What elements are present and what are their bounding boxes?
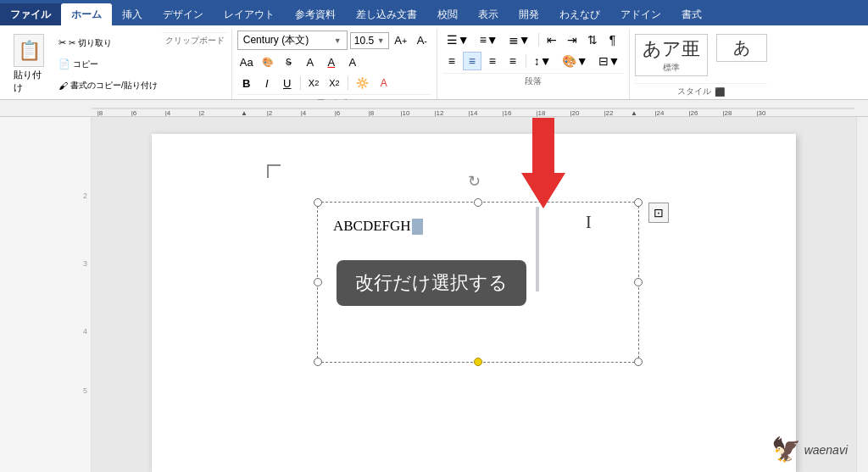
tab-design[interactable]: デザイン bbox=[153, 3, 214, 25]
svg-text:|4: |4 bbox=[165, 109, 171, 117]
copy-button[interactable]: 📄 コピー bbox=[56, 58, 160, 71]
text-box[interactable]: ABCDEFGH I 改行だけ選択する bbox=[317, 202, 639, 363]
handle-tl[interactable] bbox=[314, 198, 322, 207]
svg-text:|4: |4 bbox=[301, 109, 307, 117]
red-arrow bbox=[521, 118, 565, 208]
svg-text:|20: |20 bbox=[570, 109, 581, 117]
document-area: ABCDEFGH I 改行だけ選択する bbox=[92, 117, 856, 472]
bold-button[interactable]: B bbox=[237, 74, 256, 92]
cut-button[interactable]: ✂ ✂ 切り取り bbox=[56, 36, 160, 50]
font-name-input[interactable]: Century (本文) ▼ bbox=[237, 31, 348, 50]
handle-tc[interactable] bbox=[474, 198, 482, 207]
font-size-dropdown[interactable]: ▼ bbox=[377, 36, 385, 45]
tab-insert[interactable]: 挿入 bbox=[112, 3, 153, 25]
clipboard-small-buttons: ✂ ✂ 切り取り 📄 コピー 🖌 書式のコピー/貼り付け bbox=[54, 31, 162, 97]
tab-format[interactable]: 書式 bbox=[671, 3, 712, 25]
clear-format[interactable]: A bbox=[343, 53, 362, 71]
svg-text:|14: |14 bbox=[469, 109, 479, 117]
svg-text:|24: |24 bbox=[655, 109, 665, 117]
waenavi-logo: 🦅 waenavi bbox=[771, 436, 848, 464]
text-abcdefgh: ABCDEFGH bbox=[333, 218, 411, 234]
font-group: Century (本文) ▼ 10.5 ▼ A+ A- Aa 🎨 S̶ A A … bbox=[232, 29, 437, 99]
superscript-button[interactable]: X2 bbox=[325, 74, 343, 92]
return-char-selection bbox=[412, 219, 423, 235]
align-center-button[interactable]: ≡ bbox=[463, 52, 481, 70]
svg-text:|6: |6 bbox=[131, 109, 137, 117]
font-color[interactable]: A bbox=[322, 53, 341, 71]
tab-developer[interactable]: 開発 bbox=[509, 3, 549, 25]
style-normal-button[interactable]: あア亜 標準 bbox=[635, 34, 708, 76]
tab-review[interactable]: 校閲 bbox=[427, 3, 468, 25]
font-color-button[interactable]: A bbox=[375, 74, 393, 92]
waenavi-bird-icon: 🦅 bbox=[771, 436, 801, 464]
justify-button[interactable]: ≡ bbox=[504, 52, 522, 70]
text-cursor: I bbox=[586, 213, 592, 232]
svg-text:|12: |12 bbox=[435, 109, 445, 117]
paste-label: 貼り付け bbox=[14, 69, 44, 94]
decrease-font-button[interactable]: A- bbox=[413, 31, 431, 50]
left-panel: 2 3 4 5 bbox=[0, 117, 92, 472]
format-copy-button[interactable]: 🖌 書式のコピー/貼り付け bbox=[56, 79, 160, 92]
line-spacing-button[interactable]: ↕▼ bbox=[530, 52, 556, 70]
subscript-button[interactable]: X2 bbox=[304, 74, 323, 92]
tab-home[interactable]: ホーム bbox=[61, 3, 112, 25]
align-right-button[interactable]: ≡ bbox=[483, 52, 502, 70]
tab-addin[interactable]: アドイン bbox=[610, 3, 671, 25]
tab-layout[interactable]: レイアウト bbox=[214, 3, 285, 25]
tooltip-box: 改行だけ選択する bbox=[337, 260, 526, 306]
font-name-dropdown[interactable]: ▼ bbox=[334, 36, 342, 45]
tab-references[interactable]: 参考資料 bbox=[285, 3, 346, 25]
paste-icon: 📋 bbox=[14, 34, 44, 67]
format-copy-icon: 🖌 bbox=[58, 81, 68, 91]
strikethrough-button[interactable]: S̶ bbox=[280, 53, 298, 71]
tab-waenavi[interactable]: わえなび bbox=[549, 3, 610, 25]
font-size-input[interactable]: 10.5 ▼ bbox=[350, 32, 389, 49]
styles-expand-icon[interactable]: ⬛ bbox=[715, 87, 725, 97]
waenavi-label: waenavi bbox=[804, 443, 848, 457]
multilevel-list-button[interactable]: ≣▼ bbox=[504, 31, 535, 49]
svg-text:|16: |16 bbox=[503, 109, 513, 117]
numbered-list-button[interactable]: ≡▼ bbox=[476, 31, 503, 49]
handle-bc[interactable] bbox=[474, 358, 482, 366]
svg-text:|8: |8 bbox=[369, 109, 375, 117]
svg-text:|2: |2 bbox=[267, 109, 273, 117]
highlight-button[interactable]: 🔆 bbox=[352, 74, 373, 92]
handle-mr[interactable] bbox=[634, 278, 643, 286]
tab-view[interactable]: 表示 bbox=[468, 3, 509, 25]
paste-button[interactable]: 📋 貼り付け bbox=[7, 31, 51, 97]
arrow-shaft bbox=[532, 118, 554, 173]
align-left-button[interactable]: ≡ bbox=[442, 52, 461, 70]
font-color-picker[interactable]: 🎨 bbox=[259, 53, 277, 71]
highlight-color[interactable]: A bbox=[301, 53, 320, 71]
shading-button[interactable]: 🎨▼ bbox=[558, 52, 593, 70]
tab-mailings[interactable]: 差し込み文書 bbox=[346, 3, 427, 25]
italic-button[interactable]: I bbox=[258, 74, 276, 92]
handle-tr[interactable] bbox=[634, 198, 643, 207]
tooltip-text: 改行だけ選択する bbox=[355, 272, 508, 293]
rotation-icon[interactable]: ↻ bbox=[468, 172, 481, 191]
copy-icon: 📄 bbox=[58, 58, 70, 69]
borders-button[interactable]: ⊟▼ bbox=[594, 52, 625, 70]
increase-indent-button[interactable]: ⇥ bbox=[563, 31, 581, 49]
svg-text:|22: |22 bbox=[604, 109, 615, 117]
bullet-list-button[interactable]: ☰▼ bbox=[442, 31, 474, 49]
rotation-handle-area: ↻ bbox=[468, 172, 481, 191]
arrow-head bbox=[521, 173, 565, 208]
tab-file[interactable]: ファイル bbox=[0, 3, 61, 25]
underline-button[interactable]: U bbox=[278, 74, 297, 92]
sort-button[interactable]: ⇅ bbox=[583, 31, 602, 49]
show-hide-button[interactable]: ¶ bbox=[604, 31, 622, 49]
right-scrollbar[interactable] bbox=[856, 117, 868, 472]
handle-br[interactable] bbox=[634, 358, 643, 366]
handle-ml[interactable] bbox=[314, 278, 322, 286]
handle-bl[interactable] bbox=[314, 358, 322, 366]
clipboard-group: 📋 貼り付け ✂ ✂ 切り取り 📄 コピー 🖌 書式のコピー/貼り付け クリ bbox=[3, 29, 232, 99]
decrease-indent-button[interactable]: ⇤ bbox=[542, 31, 561, 49]
svg-text:▲: ▲ bbox=[241, 109, 248, 117]
style-heading-button[interactable]: あ bbox=[716, 34, 767, 62]
increase-font-button[interactable]: A+ bbox=[392, 31, 410, 50]
aa-button[interactable]: Aa bbox=[237, 53, 256, 71]
layout-options-button[interactable]: ⊡ bbox=[648, 203, 669, 223]
font-name-value: Century (本文) bbox=[243, 33, 309, 47]
svg-text:|8: |8 bbox=[97, 109, 103, 117]
